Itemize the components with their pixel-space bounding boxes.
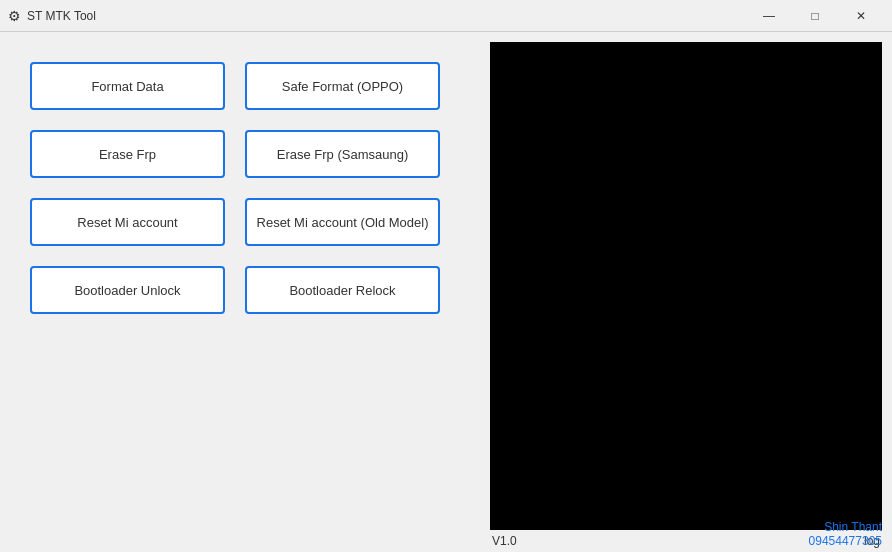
credits: Shin Thant 09454477305 [809, 520, 882, 548]
format-data-button[interactable]: Format Data [30, 62, 225, 110]
erase-frp-samsung-button[interactable]: Erase Frp (Samsaung) [245, 130, 440, 178]
app-title: ST MTK Tool [27, 9, 96, 23]
button-row-2: Erase Frp Erase Frp (Samsaung) [30, 130, 460, 178]
title-bar-controls: — □ ✕ [746, 1, 884, 31]
bootloader-relock-button[interactable]: Bootloader Relock [245, 266, 440, 314]
reset-mi-account-button[interactable]: Reset Mi account [30, 198, 225, 246]
close-button[interactable]: ✕ [838, 1, 884, 31]
bootloader-unlock-button[interactable]: Bootloader Unlock [30, 266, 225, 314]
safe-format-oppo-button[interactable]: Safe Format (OPPO) [245, 62, 440, 110]
button-row-1: Format Data Safe Format (OPPO) [30, 62, 460, 110]
version-label: V1.0 [492, 534, 517, 548]
title-bar-left: ⚙ ST MTK Tool [8, 8, 96, 24]
title-bar: ⚙ ST MTK Tool — □ ✕ [0, 0, 892, 32]
minimize-button[interactable]: — [746, 1, 792, 31]
app-icon: ⚙ [8, 8, 21, 24]
button-row-3: Reset Mi account Reset Mi account (Old M… [30, 198, 460, 246]
screen-area [490, 42, 882, 530]
button-row-4: Bootloader Unlock Bootloader Relock [30, 266, 460, 314]
author-phone: 09454477305 [809, 534, 882, 548]
maximize-button[interactable]: □ [792, 1, 838, 31]
left-panel: Format Data Safe Format (OPPO) Erase Frp… [0, 32, 490, 552]
erase-frp-button[interactable]: Erase Frp [30, 130, 225, 178]
author-name: Shin Thant [809, 520, 882, 534]
reset-mi-account-old-button[interactable]: Reset Mi account (Old Model) [245, 198, 440, 246]
main-content: Format Data Safe Format (OPPO) Erase Frp… [0, 32, 892, 552]
right-panel: V1.0 log [490, 32, 892, 552]
